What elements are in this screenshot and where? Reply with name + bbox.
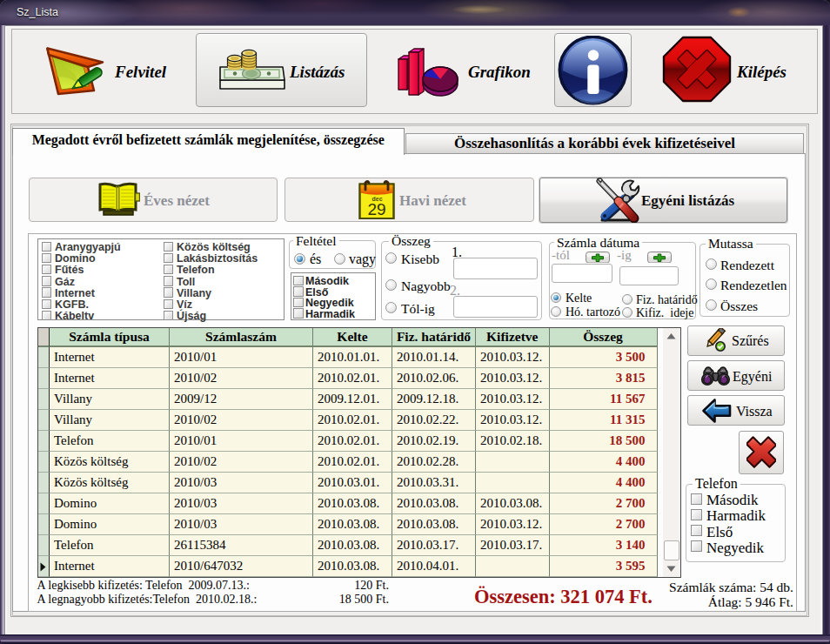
svg-text:29: 29 xyxy=(367,200,385,218)
